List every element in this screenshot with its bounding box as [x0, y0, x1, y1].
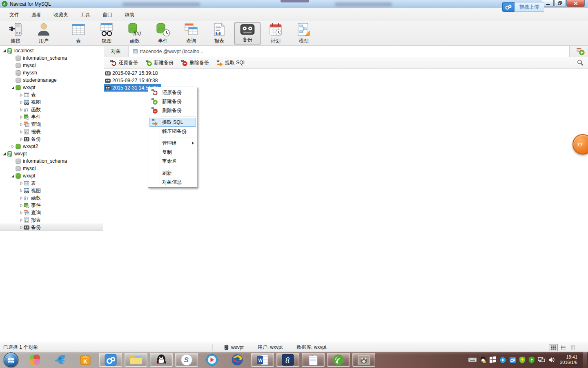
taskbar-explorer-button[interactable] — [123, 352, 149, 368]
tree-collapsed-arrow-icon[interactable] — [19, 181, 24, 186]
menu-item-1[interactable]: 查看 — [25, 10, 47, 19]
tree-row-视图[interactable]: 视图 — [0, 187, 103, 194]
tree-collapsed-arrow-icon[interactable] — [10, 144, 15, 149]
tree-row-函数[interactable]: f()函数 — [0, 106, 103, 113]
new-backup-button[interactable]: 新建备份 — [143, 58, 176, 67]
tree-row-wxvpt[interactable]: wxvpt — [0, 150, 103, 157]
taskbar-eight-app-button[interactable]: 8 — [275, 352, 301, 368]
tree-row-报表[interactable]: 报表 — [0, 216, 103, 224]
tree-collapsed-arrow-icon[interactable] — [19, 100, 24, 105]
tree-collapsed-arrow-icon[interactable] — [19, 195, 24, 200]
menu-item-4[interactable]: 窗口 — [96, 10, 118, 19]
tree-row-表[interactable]: 表 — [0, 180, 103, 187]
context-menu-refresh[interactable]: 刷新 — [149, 168, 196, 177]
tree-collapsed-arrow-icon[interactable] — [19, 92, 24, 97]
menu-item-0[interactable]: 文件 — [3, 10, 25, 19]
menu-item-3[interactable]: 工具 — [74, 10, 96, 19]
context-menu-restore[interactable]: 还原备份 — [149, 88, 196, 97]
tree-row-wxvpt[interactable]: wxvpt — [0, 172, 103, 180]
context-menu-object-info[interactable]: 对象信息 — [149, 177, 196, 186]
shield-plus-icon[interactable] — [519, 356, 526, 364]
context-menu-decompress[interactable]: 解压缩备份 — [149, 127, 196, 136]
tree-row-表[interactable]: 表 — [0, 91, 103, 99]
toolbar-report-button[interactable]: 报表 — [206, 22, 232, 45]
tree-expanded-arrow-icon[interactable] — [2, 48, 7, 53]
taskbar-baidu-pan-button[interactable] — [98, 352, 123, 368]
tree-collapsed-arrow-icon[interactable] — [19, 210, 24, 215]
taskbar-image-viewer-button[interactable] — [351, 352, 376, 368]
toolbar-function-button[interactable]: f(x)函数 — [122, 22, 148, 45]
list-view-button[interactable] — [559, 344, 568, 351]
toolbar-backup-button[interactable]: 备份 — [234, 22, 261, 45]
backup-item-0[interactable]: 2015-09-27 15:39:18 — [104, 70, 161, 77]
menu-item-2[interactable]: 收藏夹 — [47, 10, 74, 19]
tree-expanded-arrow-icon[interactable] — [10, 85, 15, 90]
tree-row-视图[interactable]: 视图 — [0, 99, 103, 106]
tree-collapsed-arrow-icon[interactable] — [19, 122, 24, 127]
tree-collapsed-arrow-icon[interactable] — [19, 203, 24, 208]
new-tab-icon[interactable] — [577, 47, 585, 56]
toolbar-schedule-button[interactable]: 计划 — [263, 22, 289, 45]
taskbar-navicat-button[interactable] — [326, 352, 351, 368]
tree-collapsed-arrow-icon[interactable] — [19, 137, 24, 141]
tree-row-information_schema[interactable]: information_schema — [0, 157, 103, 165]
tree-row-myssh[interactable]: myssh — [0, 69, 103, 76]
tree-row-函数[interactable]: f()函数 — [0, 194, 103, 202]
close-button[interactable] — [566, 0, 585, 7]
tree-row-wxvpt[interactable]: wxvpt — [0, 84, 103, 91]
tree-row-备份[interactable]: 备份 — [0, 135, 103, 143]
tree-row-studentmanage[interactable]: studentmanage — [0, 76, 103, 84]
drag-upload-button[interactable]: 拖拽上传 — [502, 2, 544, 12]
taskbar-color-circles-app-button[interactable] — [22, 352, 47, 368]
tree-row-mysql[interactable]: mysql — [0, 62, 103, 69]
tree-collapsed-arrow-icon[interactable] — [19, 225, 24, 230]
win-flag-icon[interactable] — [489, 356, 497, 364]
show-desktop-button[interactable] — [583, 352, 587, 368]
tree-expanded-arrow-icon[interactable] — [10, 173, 15, 178]
context-menu-delete[interactable]: 删除备份 — [149, 106, 196, 115]
context-menu-new[interactable]: 新建备份 — [149, 97, 196, 106]
restore-backup-button[interactable]: 还原备份 — [107, 58, 141, 67]
extract-backup-button[interactable]: 提取 SQL — [214, 58, 249, 67]
tree-row-查询[interactable]: 查询 — [0, 121, 103, 128]
tab-tracenode[interactable]: tracenode @wxvpt (localho... — [129, 46, 570, 57]
toolbar-table-button[interactable]: 表 — [65, 22, 91, 45]
toolbar-event-button[interactable]: 事件 — [150, 22, 176, 45]
taskbar-sogou-button[interactable]: S — [174, 352, 199, 368]
tree-row-查询[interactable]: 查询 — [0, 209, 103, 216]
tree-collapsed-arrow-icon[interactable] — [19, 188, 24, 193]
taskbar-notepad-button[interactable] — [301, 352, 326, 368]
tree-expanded-arrow-icon[interactable] — [2, 151, 7, 156]
tree-collapsed-arrow-icon[interactable] — [19, 114, 24, 119]
context-menu-copy[interactable]: 复制 — [149, 148, 196, 157]
toolbar-view-button[interactable]: 视图 — [94, 22, 120, 45]
search-icon[interactable] — [577, 59, 584, 66]
tree-row-备份[interactable]: 备份 — [0, 224, 103, 231]
delete-backup-button[interactable]: 删除备份 — [178, 58, 212, 67]
context-menu-extract[interactable]: 提取 SQL — [149, 118, 196, 127]
network-icon[interactable] — [538, 357, 545, 363]
toolbar-query-button[interactable]: 查询 — [178, 22, 204, 45]
taskbar-browser-button[interactable] — [225, 352, 250, 368]
toolbar-connection-button[interactable]: 连接 — [2, 22, 29, 45]
taskbar-media-player-button[interactable] — [199, 352, 225, 368]
tree-row-报表[interactable]: 报表 — [0, 128, 103, 135]
tree-row-wxvpt2[interactable]: wxvpt2 — [0, 143, 103, 150]
tab-objects[interactable]: 对象 — [104, 46, 129, 57]
backup-item-1[interactable]: 2015-09-27 15:40:38 — [104, 77, 161, 84]
restore-button[interactable] — [554, 0, 566, 7]
tree-row-事件[interactable]: 事件 — [0, 113, 103, 121]
tree-collapsed-arrow-icon[interactable] — [19, 129, 24, 134]
tree-row-information_schema[interactable]: information_schema — [0, 54, 103, 62]
context-menu-manage-group[interactable]: 管理组 — [149, 139, 196, 148]
taskbar-word-button[interactable]: W — [250, 352, 275, 368]
taskbar-clock[interactable]: 18:412016/1/6 — [558, 355, 580, 365]
grid-view-button[interactable] — [549, 344, 558, 351]
context-menu-rename[interactable]: 重命名 — [149, 157, 196, 166]
player-tray-icon[interactable] — [499, 357, 506, 364]
toolbar-model-button[interactable]: 模型 — [291, 22, 317, 45]
tree-row-事件[interactable]: 事件 — [0, 202, 103, 209]
qq-tray-icon[interactable] — [480, 356, 486, 364]
keyboard-icon[interactable] — [468, 357, 477, 363]
baidu-tray-icon[interactable] — [509, 357, 516, 364]
